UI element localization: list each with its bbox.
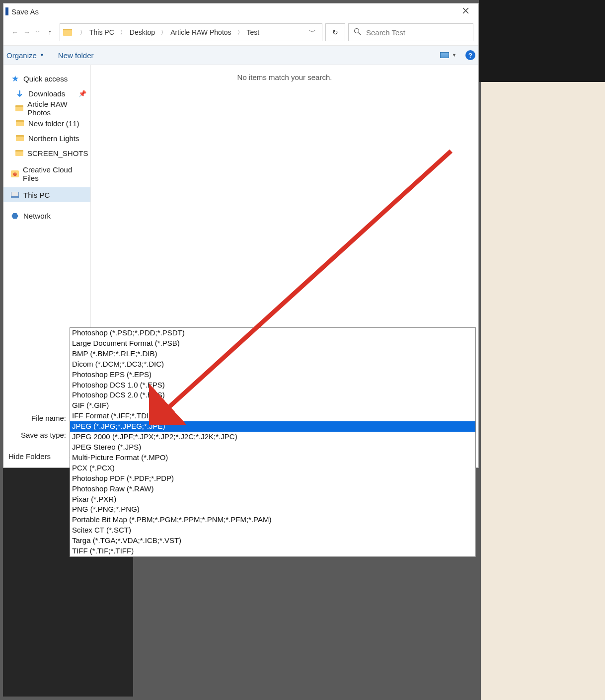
file-type-option[interactable]: Pixar (*.PXR)	[70, 494, 475, 505]
organize-button[interactable]: Organize ▼	[6, 51, 44, 60]
search-box[interactable]	[348, 23, 473, 41]
nav-row: ← → ﹀ ↑ 〉This PC 〉Desktop 〉Article RAW P…	[3, 19, 478, 45]
file-type-option[interactable]: Scitex CT (*.SCT)	[70, 525, 475, 536]
chevron-down-icon: ▼	[452, 53, 456, 58]
breadcrumb-segment: 〉Test	[232, 28, 261, 36]
address-bar[interactable]: 〉This PC 〉Desktop 〉Article RAW Photos 〉T…	[60, 23, 322, 41]
sidebar-network[interactable]: ⬣Network	[3, 208, 90, 223]
svg-point-2	[355, 29, 359, 33]
chevron-right-icon: 〉	[116, 29, 130, 36]
file-type-option[interactable]: PNG (*.PNG;*.PNG)	[70, 504, 475, 515]
back-icon[interactable]: ←	[11, 28, 18, 36]
chevron-right-icon: 〉	[233, 29, 247, 36]
file-type-option[interactable]: Targa (*.TGA;*.VDA;*.ICB;*.VST)	[70, 536, 475, 546]
close-icon	[462, 7, 469, 15]
star-icon: ★	[10, 74, 19, 83]
bg-right	[481, 0, 605, 700]
file-type-option[interactable]: IFF Format (*.IFF;*.TDI)	[70, 411, 475, 421]
chevron-right-icon: 〉	[157, 29, 170, 36]
sidebar-item-downloads[interactable]: ➜Downloads📌	[3, 86, 90, 101]
this-pc-icon	[11, 192, 19, 198]
search-icon	[354, 28, 361, 37]
sidebar-item-northern[interactable]: Northern Lights	[3, 131, 90, 146]
file-type-option[interactable]: JPEG Stereo (*.JPS)	[70, 442, 475, 453]
file-type-option[interactable]: JPEG (*.JPG;*.JPEG;*.JPE)	[70, 421, 475, 432]
refresh-button[interactable]: ↻	[325, 23, 345, 41]
help-button[interactable]: ?	[465, 50, 475, 60]
app-icon	[5, 7, 8, 15]
file-type-option[interactable]: Photoshop DCS 2.0 (*.EPS)	[70, 390, 475, 400]
folder-icon	[16, 135, 24, 141]
bg-dark-top	[479, 0, 605, 82]
refresh-icon: ↻	[332, 28, 338, 36]
folder-icon	[63, 29, 72, 36]
file-type-option[interactable]: Portable Bit Map (*.PBM;*.PGM;*.PPM;*.PN…	[70, 515, 475, 525]
sidebar-creative-cloud[interactable]: ⊚Creative Cloud Files	[3, 166, 90, 181]
file-type-option[interactable]: Photoshop Raw (*.RAW)	[70, 484, 475, 494]
file-type-option[interactable]: Photoshop PDF (*.PDF;*.PDP)	[70, 473, 475, 484]
creative-cloud-icon: ⊚	[11, 170, 19, 177]
forward-icon[interactable]: →	[23, 28, 30, 36]
file-name-label: File name:	[5, 414, 70, 422]
file-type-option[interactable]: PCX (*.PCX)	[70, 463, 475, 473]
sidebar-item-screenshots[interactable]: SCREEN_SHOTS	[3, 146, 90, 160]
view-button[interactable]: ▼	[440, 52, 456, 58]
file-type-option[interactable]: Photoshop DCS 1.0 (*.EPS)	[70, 380, 475, 390]
history-dropdown-icon[interactable]: ﹀	[35, 29, 40, 36]
titlebar: Save As	[3, 3, 478, 19]
address-dropdown-icon[interactable]: ﹀	[309, 28, 319, 37]
empty-message: No items match your search.	[237, 73, 332, 81]
chevron-right-icon: 〉	[76, 29, 89, 36]
file-type-option[interactable]: Photoshop (*.PSD;*.PDD;*.PSDT)	[70, 328, 475, 338]
window-title: Save As	[10, 7, 454, 16]
chevron-down-icon: ▼	[40, 53, 44, 58]
sidebar-item-article-raw[interactable]: Article RAW Photos	[3, 101, 90, 116]
file-type-option[interactable]: Multi-Picture Format (*.MPO)	[70, 453, 475, 463]
file-type-option[interactable]: GIF (*.GIF)	[70, 400, 475, 411]
sidebar-this-pc[interactable]: This PC	[3, 187, 90, 202]
toolbar: Organize ▼ New folder ▼ ?	[3, 45, 478, 65]
file-type-option[interactable]: BMP (*.BMP;*.RLE;*.DIB)	[70, 349, 475, 359]
breadcrumb-segment: 〉Desktop	[115, 28, 156, 36]
sidebar-quick-access[interactable]: ★Quick access	[3, 71, 90, 86]
download-icon: ➜	[15, 89, 24, 98]
file-type-option[interactable]: Photoshop EPS (*.EPS)	[70, 370, 475, 380]
folder-icon	[15, 105, 23, 111]
file-type-dropdown-list[interactable]: Photoshop (*.PSD;*.PDD;*.PSDT)Large Docu…	[70, 327, 476, 557]
search-input[interactable]	[366, 28, 468, 37]
pin-icon: 📌	[78, 90, 86, 97]
view-icon	[440, 52, 449, 58]
breadcrumb-segment: 〉Article RAW Photos	[156, 28, 232, 36]
breadcrumb-segment: 〉This PC	[75, 28, 115, 36]
file-type-option[interactable]: TIFF (*.TIF;*.TIFF)	[70, 546, 475, 556]
new-folder-button[interactable]: New folder	[58, 51, 94, 60]
svg-line-3	[359, 33, 361, 35]
folder-icon	[15, 150, 23, 156]
nav-arrows: ← → ﹀	[8, 28, 43, 36]
network-icon: ⬣	[10, 211, 19, 220]
hide-folders-button[interactable]: Hide Folders	[8, 452, 51, 461]
folder-icon	[16, 120, 24, 126]
sidebar-item-newfolder11[interactable]: New folder (11)	[3, 116, 90, 131]
file-type-option[interactable]: Large Document Format (*.PSB)	[70, 338, 475, 349]
file-type-option[interactable]: Dicom (*.DCM;*.DC3;*.DIC)	[70, 359, 475, 370]
save-type-label: Save as type:	[5, 431, 70, 439]
up-button[interactable]: ↑	[46, 28, 57, 36]
file-type-option[interactable]: JPEG 2000 (*.JPF;*.JPX;*.JP2;*.J2C;*.J2K…	[70, 432, 475, 442]
close-button[interactable]	[454, 4, 476, 18]
